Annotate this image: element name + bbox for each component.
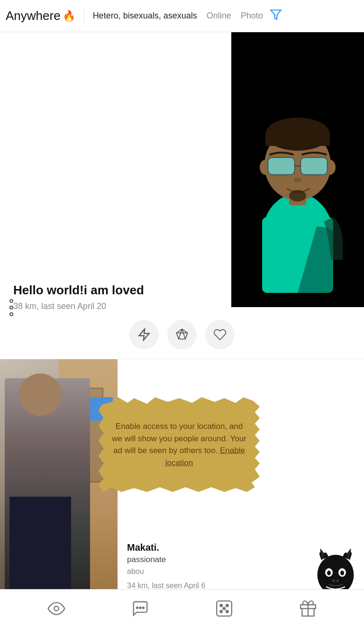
svg-point-26 (340, 571, 344, 575)
card-1-name: Hello world!i am loved (13, 283, 231, 298)
person-face (19, 373, 62, 416)
gift-icon (299, 600, 317, 618)
orientation-filter[interactable]: Hetero, bisexuals, asexuals (93, 11, 197, 21)
chat-icon (131, 600, 149, 618)
svg-point-28 (336, 579, 339, 582)
card-1-image (231, 32, 364, 307)
top-bar: Anywhere 🔥 Hetero, bisexuals, asexuals O… (0, 0, 364, 32)
tooltip-content: Enable access to your location, and we w… (112, 422, 246, 467)
nav-chat[interactable] (128, 597, 152, 620)
svg-rect-18 (268, 158, 294, 174)
card-1-distance: 38 km, last seen April 20 (13, 301, 231, 311)
bottom-nav (0, 589, 364, 627)
svg-point-25 (327, 571, 331, 575)
cards-area: Hello world!i am loved 38 km, last seen … (0, 32, 364, 610)
nav-eye[interactable] (45, 597, 68, 620)
name-partial-text: abou (127, 567, 144, 575)
svg-rect-19 (301, 158, 327, 174)
svg-point-38 (226, 604, 228, 607)
nav-gift[interactable] (296, 597, 320, 620)
svg-point-35 (142, 607, 144, 608)
eye-icon (47, 600, 65, 618)
svg-point-34 (139, 607, 141, 608)
tagline-text: passionate (127, 555, 166, 564)
card-1-image-area (231, 32, 364, 359)
three-dots-menu[interactable] (9, 299, 13, 316)
svg-rect-12 (265, 134, 330, 146)
flame-icon: 🔥 (63, 10, 75, 22)
tooltip-text: Enable access to your location, and we w… (112, 420, 246, 469)
divider (84, 9, 84, 23)
like-button[interactable] (205, 320, 235, 349)
card-1-info: Hello world!i am loved 38 km, last seen … (0, 32, 231, 359)
boost-button[interactable] (129, 320, 159, 349)
svg-marker-1 (139, 329, 149, 340)
distance-text: 34 km, last seen April 6 (127, 582, 205, 590)
svg-point-27 (332, 579, 335, 582)
photo-filter[interactable]: Photo (241, 11, 263, 21)
svg-marker-2 (176, 329, 187, 339)
location-filter[interactable]: Anywhere 🔥 (6, 9, 75, 23)
card-1: Hello world!i am loved 38 km, last seen … (0, 32, 364, 359)
dot-1 (9, 299, 13, 303)
card-2: Enable access to your location, and we w… (0, 359, 364, 610)
online-filter[interactable]: Online (207, 11, 231, 21)
location-text: Makati. (127, 542, 159, 553)
svg-point-39 (220, 610, 222, 612)
svg-marker-0 (271, 10, 281, 19)
diamond-button[interactable] (167, 320, 197, 349)
svg-point-32 (54, 606, 59, 611)
svg-point-33 (136, 607, 138, 608)
enable-location-link[interactable]: Enable location (165, 446, 245, 467)
svg-point-37 (220, 604, 222, 607)
svg-point-20 (294, 178, 301, 182)
anywhere-label: Anywhere (6, 9, 61, 23)
svg-point-40 (226, 610, 228, 612)
filter-icon[interactable] (270, 9, 282, 23)
location-tooltip: Enable access to your location, and we w… (99, 397, 260, 492)
avatar-svg (236, 46, 359, 293)
card-2-info: Enable access to your location, and we w… (118, 359, 364, 610)
avatar-bg (231, 32, 364, 307)
dice-icon (215, 600, 233, 618)
dot-3 (9, 312, 13, 316)
svg-point-41 (223, 607, 225, 609)
svg-point-21 (289, 190, 306, 201)
nav-dice[interactable] (212, 597, 236, 620)
dot-2 (9, 306, 13, 309)
